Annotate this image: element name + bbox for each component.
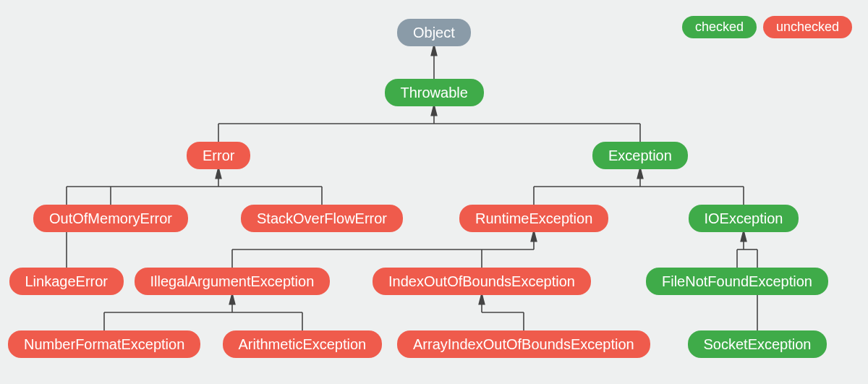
node-object: Object	[397, 19, 471, 46]
node-throwable: Throwable	[385, 79, 484, 106]
node-illegal-argument-exception: IllegalArgumentException	[135, 268, 331, 295]
legend-unchecked: unchecked	[763, 16, 852, 38]
node-io-exception: IOException	[689, 205, 799, 232]
legend-checked: checked	[682, 16, 757, 38]
diagram-canvas: checked unchecked ObjectThrowableErrorEx…	[0, 0, 868, 384]
node-out-of-memory-error: OutOfMemoryError	[33, 205, 188, 232]
node-error: Error	[187, 142, 250, 169]
node-file-not-found-exception: FileNotFoundException	[646, 268, 828, 295]
node-linkage-error: LinkageError	[9, 268, 124, 295]
node-socket-exception: SocketException	[688, 330, 827, 358]
node-array-index-out-of-bounds-exception: ArrayIndexOutOfBoundsException	[397, 330, 650, 358]
node-number-format-exception: NumberFormatException	[8, 330, 200, 358]
node-arithmetic-exception: ArithmeticException	[223, 330, 383, 358]
node-stack-overflow-error: StackOverFlowError	[241, 205, 403, 232]
node-exception: Exception	[592, 142, 688, 169]
node-index-out-of-bounds-exception: IndexOutOfBoundsException	[373, 268, 591, 295]
connector-lines	[0, 0, 868, 384]
node-runtime-exception: RuntimeException	[459, 205, 608, 232]
